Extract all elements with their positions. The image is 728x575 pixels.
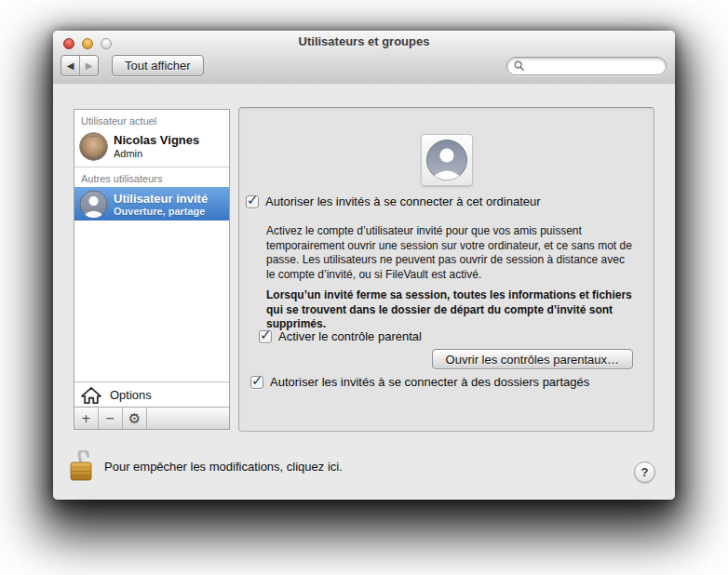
guest-account-warning: Lorsqu’un invité ferme sa session, toute… <box>266 288 633 332</box>
checkbox-parental-controls-label: Activer le contrôle parental <box>278 329 422 343</box>
forward-button[interactable]: ▶ <box>80 56 98 75</box>
unlocked-padlock-icon <box>69 450 94 482</box>
remove-user-button[interactable]: − <box>99 408 123 429</box>
gear-icon[interactable]: ⚙ <box>123 408 147 429</box>
guest-user-texts: Utilisateur invité Ouverture, partage <box>114 192 208 217</box>
lock-control[interactable]: Pour empêcher les modifications, cliquez… <box>69 450 343 482</box>
checkbox-allow-guest-login-label: Autoriser les invités à se connecter à c… <box>265 194 541 208</box>
current-user-avatar <box>79 132 108 161</box>
add-user-button[interactable]: + <box>74 408 99 429</box>
sidebar-item-guest-user[interactable]: Utilisateur invité Ouverture, partage <box>74 187 229 221</box>
current-user-role: Admin <box>114 148 199 160</box>
checkbox-box: ✓ <box>250 376 263 389</box>
forward-icon: ▶ <box>86 60 93 71</box>
help-icon: ? <box>641 465 649 479</box>
toolbar: ◀ ▶ Tout afficher <box>61 55 667 76</box>
screenshot-stage: Utilisateurs et groupes ◀ ▶ Tout affiche… <box>0 0 728 575</box>
back-icon: ◀ <box>67 60 74 71</box>
current-user-name: Nicolas Vignes <box>114 134 199 148</box>
checkmark-icon: ✓ <box>260 327 272 343</box>
checkbox-parental-controls[interactable]: ✓ Activer le contrôle parental <box>259 329 422 343</box>
other-users-header: Autres utilisateurs <box>74 167 229 187</box>
search-input[interactable] <box>528 59 659 74</box>
checkbox-allow-guest-login[interactable]: ✓ Autoriser les invités à se connecter à… <box>246 194 541 208</box>
home-icon <box>81 386 101 405</box>
lock-message: Pour empêcher les modifications, cliquez… <box>104 460 343 474</box>
users-sidebar: Utilisateur actuel <box>74 109 230 430</box>
guest-avatar-frame[interactable] <box>421 134 473 186</box>
close-button[interactable] <box>63 38 74 49</box>
show-all-button[interactable]: Tout afficher <box>112 55 204 76</box>
guest-user-avatar <box>79 190 108 219</box>
traffic-lights <box>63 38 112 49</box>
preferences-window: Utilisateurs et groupes ◀ ▶ Tout affiche… <box>53 31 675 500</box>
guest-account-description: Activez le compte d’utilisateur invité p… <box>266 224 633 282</box>
checkbox-shared-folders[interactable]: ✓ Autoriser les invités à se connecter à… <box>250 375 589 389</box>
current-user-texts: Nicolas Vignes Admin <box>114 134 199 160</box>
help-button[interactable]: ? <box>634 461 655 483</box>
open-parental-controls-button[interactable]: Ouvrir les contrôles parentaux… <box>432 349 633 369</box>
guest-user-detail: Ouverture, partage <box>114 206 208 217</box>
nav-button-group: ◀ ▶ <box>61 55 99 76</box>
guest-avatar-icon <box>425 139 468 181</box>
minimize-button[interactable] <box>82 38 93 49</box>
guest-settings-panel: ✓ Autoriser les invités à se connecter à… <box>238 107 654 432</box>
window-content: Utilisateur actuel <box>53 84 675 500</box>
search-field[interactable] <box>506 57 667 75</box>
window-chrome: Utilisateurs et groupes ◀ ▶ Tout affiche… <box>53 31 675 85</box>
checkbox-box: ✓ <box>246 195 259 208</box>
sidebar-action-strip: + − ⚙ <box>74 407 229 429</box>
current-user-header: Utilisateur actuel <box>74 110 229 129</box>
checkmark-icon: ✓ <box>251 372 263 389</box>
current-user-row[interactable]: Nicolas Vignes Admin <box>74 129 229 167</box>
checkbox-box: ✓ <box>259 330 272 343</box>
back-button[interactable]: ◀ <box>61 56 80 75</box>
guest-user-name: Utilisateur invité <box>114 192 208 206</box>
checkbox-shared-folders-label: Autoriser les invités à se connecter à d… <box>270 375 589 389</box>
window-title: Utilisateurs et groupes <box>109 34 619 48</box>
search-icon <box>514 60 524 71</box>
checkmark-icon: ✓ <box>247 192 259 208</box>
options-label: Options <box>110 388 152 402</box>
sidebar-item-login-options[interactable]: Options <box>74 381 229 408</box>
